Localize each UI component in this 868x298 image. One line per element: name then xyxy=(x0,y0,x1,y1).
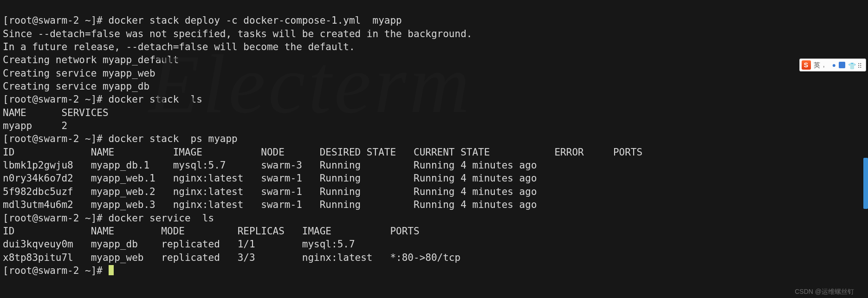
table-row: 5f982dbc5uzf myapp_web.2 nginx:latest sw… xyxy=(3,186,613,197)
cursor xyxy=(109,265,114,275)
ime-toolbar[interactable]: S 英 , ● 👕 ⠿ xyxy=(799,58,866,71)
prompt: [root@swarm-2 ~]# xyxy=(3,133,109,144)
ime-skin-icon[interactable]: 👕 xyxy=(848,62,855,68)
prompt: [root@swarm-2 ~]# xyxy=(3,213,109,224)
csdn-watermark: CSDN @运维螺丝钉 xyxy=(795,287,854,296)
output-line: Since --detach=false was not specified, … xyxy=(3,28,472,39)
prompt: [root@swarm-2 ~]# xyxy=(3,15,109,26)
output-line: Creating network myapp_default xyxy=(3,54,179,65)
ime-menu-icon[interactable]: ⠿ xyxy=(857,62,864,68)
table-header: ID NAME IMAGE NODE DESIRED STATE CURRENT… xyxy=(3,147,642,158)
ime-language-label[interactable]: 英 xyxy=(814,61,820,70)
scrollbar-thumb[interactable] xyxy=(863,158,868,209)
command-text: docker stack deploy -c docker-compose-1.… xyxy=(109,15,402,26)
table-row: dui3kqveuy0m myapp_db replicated 1/1 mys… xyxy=(3,239,390,250)
output-line: Creating service myapp_web xyxy=(3,68,155,79)
table-row: x8tp83pitu7l myapp_web replicated 3/3 ng… xyxy=(3,252,460,263)
prompt: [root@swarm-2 ~]# xyxy=(3,94,109,105)
table-header: NAME SERVICES xyxy=(3,107,109,118)
ime-punctuation-icon[interactable]: , xyxy=(823,62,829,68)
command-text: docker service ls xyxy=(109,213,214,224)
command-text: docker stack ls xyxy=(109,94,202,105)
table-row: mdl3utm4u6m2 myapp_web.3 nginx:latest sw… xyxy=(3,199,613,210)
table-row: n0ry34k6o7d2 myapp_web.1 nginx:latest sw… xyxy=(3,173,613,184)
prompt: [root@swarm-2 ~]# xyxy=(3,265,109,276)
command-text: docker stack ps myapp xyxy=(109,133,238,144)
ime-mic-icon[interactable]: ● xyxy=(832,61,836,70)
table-header: ID NAME MODE REPLICAS IMAGE PORTS xyxy=(3,226,420,237)
output-line: In a future release, --detach=false will… xyxy=(3,41,355,52)
output-line: Creating service myapp_db xyxy=(3,81,149,92)
table-row: myapp 2 xyxy=(3,120,67,131)
terminal-output[interactable]: [root@swarm-2 ~]# docker stack deploy -c… xyxy=(0,0,868,278)
table-row: lbmk1p2gwju8 myapp_db.1 mysql:5.7 swarm-… xyxy=(3,160,613,171)
ime-keyboard-icon[interactable] xyxy=(839,62,845,68)
sogou-logo-icon[interactable]: S xyxy=(802,60,811,70)
